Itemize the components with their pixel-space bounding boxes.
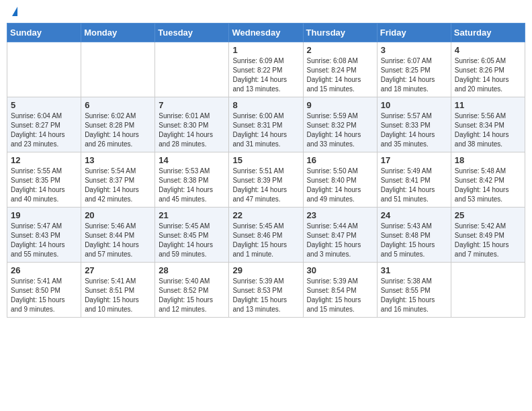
calendar-cell: 27Sunrise: 5:41 AM Sunset: 8:51 PM Dayli… bbox=[81, 263, 155, 318]
calendar-cell: 23Sunrise: 5:44 AM Sunset: 8:47 PM Dayli… bbox=[303, 208, 377, 263]
day-info: Sunrise: 5:49 AM Sunset: 8:41 PM Dayligh… bbox=[381, 167, 447, 204]
column-header-wednesday: Wednesday bbox=[229, 24, 303, 42]
day-number: 27 bbox=[85, 265, 151, 275]
calendar-container: SundayMondayTuesdayWednesdayThursdayFrid… bbox=[0, 20, 532, 324]
day-number: 12 bbox=[11, 155, 77, 165]
day-number: 24 bbox=[381, 210, 447, 220]
day-number: 15 bbox=[232, 155, 299, 165]
calendar-row: 1Sunrise: 6:09 AM Sunset: 8:22 PM Daylig… bbox=[7, 42, 525, 97]
column-header-friday: Friday bbox=[377, 24, 451, 42]
calendar-header: SundayMondayTuesdayWednesdayThursdayFrid… bbox=[7, 24, 525, 42]
calendar-cell: 10Sunrise: 5:57 AM Sunset: 8:33 PM Dayli… bbox=[377, 97, 451, 152]
day-number: 19 bbox=[11, 210, 77, 220]
day-info: Sunrise: 5:44 AM Sunset: 8:47 PM Dayligh… bbox=[307, 222, 373, 259]
calendar-body: 1Sunrise: 6:09 AM Sunset: 8:22 PM Daylig… bbox=[7, 42, 525, 318]
day-number: 26 bbox=[11, 265, 77, 275]
day-number: 29 bbox=[232, 265, 299, 275]
calendar-cell: 12Sunrise: 5:55 AM Sunset: 8:35 PM Dayli… bbox=[7, 152, 81, 208]
calendar-cell: 14Sunrise: 5:53 AM Sunset: 8:38 PM Dayli… bbox=[155, 152, 229, 208]
calendar-cell: 19Sunrise: 5:47 AM Sunset: 8:43 PM Dayli… bbox=[7, 208, 81, 263]
day-number: 25 bbox=[455, 210, 521, 220]
calendar-cell: 22Sunrise: 5:45 AM Sunset: 8:46 PM Dayli… bbox=[229, 208, 303, 263]
day-info: Sunrise: 5:53 AM Sunset: 8:38 PM Dayligh… bbox=[159, 167, 225, 204]
day-info: Sunrise: 6:04 AM Sunset: 8:27 PM Dayligh… bbox=[11, 111, 77, 149]
calendar-row: 12Sunrise: 5:55 AM Sunset: 8:35 PM Dayli… bbox=[7, 152, 525, 208]
column-header-saturday: Saturday bbox=[451, 24, 525, 42]
calendar-cell bbox=[155, 42, 229, 97]
calendar-cell: 29Sunrise: 5:39 AM Sunset: 8:53 PM Dayli… bbox=[229, 263, 303, 318]
calendar-cell: 28Sunrise: 5:40 AM Sunset: 8:52 PM Dayli… bbox=[155, 263, 229, 318]
calendar-cell: 5Sunrise: 6:04 AM Sunset: 8:27 PM Daylig… bbox=[7, 97, 81, 152]
calendar-cell: 31Sunrise: 5:38 AM Sunset: 8:55 PM Dayli… bbox=[377, 263, 451, 318]
calendar-cell: 9Sunrise: 5:59 AM Sunset: 8:32 PM Daylig… bbox=[303, 97, 377, 152]
calendar-cell: 13Sunrise: 5:54 AM Sunset: 8:37 PM Dayli… bbox=[81, 152, 155, 208]
day-number: 9 bbox=[307, 100, 373, 110]
calendar-cell: 3Sunrise: 6:07 AM Sunset: 8:25 PM Daylig… bbox=[377, 42, 451, 97]
day-number: 7 bbox=[159, 100, 225, 110]
calendar-cell: 25Sunrise: 5:42 AM Sunset: 8:49 PM Dayli… bbox=[451, 208, 525, 263]
day-number: 18 bbox=[455, 155, 521, 165]
calendar-table: SundayMondayTuesdayWednesdayThursdayFrid… bbox=[7, 23, 525, 318]
day-info: Sunrise: 5:51 AM Sunset: 8:39 PM Dayligh… bbox=[232, 167, 299, 204]
day-number: 3 bbox=[381, 45, 447, 55]
day-info: Sunrise: 5:42 AM Sunset: 8:49 PM Dayligh… bbox=[455, 222, 521, 259]
calendar-cell: 30Sunrise: 5:39 AM Sunset: 8:54 PM Dayli… bbox=[303, 263, 377, 318]
calendar-cell: 24Sunrise: 5:43 AM Sunset: 8:48 PM Dayli… bbox=[377, 208, 451, 263]
calendar-cell: 6Sunrise: 6:02 AM Sunset: 8:28 PM Daylig… bbox=[81, 97, 155, 152]
day-info: Sunrise: 6:00 AM Sunset: 8:31 PM Dayligh… bbox=[232, 111, 299, 149]
calendar-cell bbox=[81, 42, 155, 97]
day-number: 13 bbox=[85, 155, 151, 165]
page-header bbox=[0, 0, 532, 20]
day-info: Sunrise: 5:55 AM Sunset: 8:35 PM Dayligh… bbox=[11, 167, 77, 204]
day-number: 2 bbox=[307, 45, 373, 55]
column-header-tuesday: Tuesday bbox=[155, 24, 229, 42]
day-number: 17 bbox=[381, 155, 447, 165]
day-number: 20 bbox=[85, 210, 151, 220]
day-info: Sunrise: 5:59 AM Sunset: 8:32 PM Dayligh… bbox=[307, 111, 373, 149]
calendar-row: 19Sunrise: 5:47 AM Sunset: 8:43 PM Dayli… bbox=[7, 208, 525, 263]
logo bbox=[11, 8, 17, 17]
day-info: Sunrise: 5:39 AM Sunset: 8:54 PM Dayligh… bbox=[307, 277, 373, 314]
day-number: 31 bbox=[381, 265, 447, 275]
day-info: Sunrise: 5:47 AM Sunset: 8:43 PM Dayligh… bbox=[11, 222, 77, 259]
day-info: Sunrise: 6:07 AM Sunset: 8:25 PM Dayligh… bbox=[381, 56, 447, 94]
day-info: Sunrise: 5:43 AM Sunset: 8:48 PM Dayligh… bbox=[381, 222, 447, 259]
day-info: Sunrise: 5:40 AM Sunset: 8:52 PM Dayligh… bbox=[159, 277, 225, 314]
day-number: 21 bbox=[159, 210, 225, 220]
day-info: Sunrise: 5:45 AM Sunset: 8:46 PM Dayligh… bbox=[232, 222, 299, 259]
day-info: Sunrise: 5:48 AM Sunset: 8:42 PM Dayligh… bbox=[455, 167, 521, 204]
calendar-cell: 21Sunrise: 5:45 AM Sunset: 8:45 PM Dayli… bbox=[155, 208, 229, 263]
column-header-monday: Monday bbox=[81, 24, 155, 42]
column-header-thursday: Thursday bbox=[303, 24, 377, 42]
day-number: 14 bbox=[159, 155, 225, 165]
day-info: Sunrise: 5:46 AM Sunset: 8:44 PM Dayligh… bbox=[85, 222, 151, 259]
day-info: Sunrise: 5:57 AM Sunset: 8:33 PM Dayligh… bbox=[381, 111, 447, 149]
day-info: Sunrise: 5:39 AM Sunset: 8:53 PM Dayligh… bbox=[232, 277, 299, 314]
day-number: 22 bbox=[232, 210, 299, 220]
day-info: Sunrise: 6:09 AM Sunset: 8:22 PM Dayligh… bbox=[232, 56, 299, 94]
day-info: Sunrise: 5:38 AM Sunset: 8:55 PM Dayligh… bbox=[381, 277, 447, 314]
day-info: Sunrise: 5:56 AM Sunset: 8:34 PM Dayligh… bbox=[455, 111, 521, 149]
calendar-cell: 26Sunrise: 5:41 AM Sunset: 8:50 PM Dayli… bbox=[7, 263, 81, 318]
calendar-row: 5Sunrise: 6:04 AM Sunset: 8:27 PM Daylig… bbox=[7, 97, 525, 152]
calendar-cell: 8Sunrise: 6:00 AM Sunset: 8:31 PM Daylig… bbox=[229, 97, 303, 152]
calendar-cell: 17Sunrise: 5:49 AM Sunset: 8:41 PM Dayli… bbox=[377, 152, 451, 208]
day-number: 5 bbox=[11, 100, 77, 110]
column-header-sunday: Sunday bbox=[7, 24, 81, 42]
calendar-cell: 20Sunrise: 5:46 AM Sunset: 8:44 PM Dayli… bbox=[81, 208, 155, 263]
day-number: 30 bbox=[307, 265, 373, 275]
day-info: Sunrise: 5:54 AM Sunset: 8:37 PM Dayligh… bbox=[85, 167, 151, 204]
calendar-cell: 18Sunrise: 5:48 AM Sunset: 8:42 PM Dayli… bbox=[451, 152, 525, 208]
calendar-cell: 7Sunrise: 6:01 AM Sunset: 8:30 PM Daylig… bbox=[155, 97, 229, 152]
day-info: Sunrise: 6:05 AM Sunset: 8:26 PM Dayligh… bbox=[455, 56, 521, 94]
day-number: 11 bbox=[455, 100, 521, 110]
day-number: 10 bbox=[381, 100, 447, 110]
day-number: 6 bbox=[85, 100, 151, 110]
logo-triangle-icon bbox=[12, 7, 17, 16]
day-number: 23 bbox=[307, 210, 373, 220]
day-number: 8 bbox=[232, 100, 299, 110]
calendar-cell bbox=[451, 263, 525, 318]
day-number: 28 bbox=[159, 265, 225, 275]
day-info: Sunrise: 6:08 AM Sunset: 8:24 PM Dayligh… bbox=[307, 56, 373, 94]
calendar-row: 26Sunrise: 5:41 AM Sunset: 8:50 PM Dayli… bbox=[7, 263, 525, 318]
